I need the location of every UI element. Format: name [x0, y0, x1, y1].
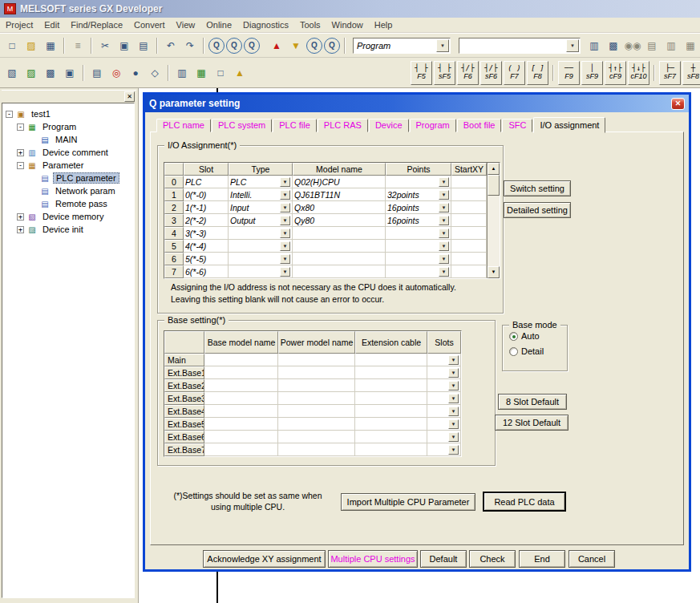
- tab-boot-file[interactable]: Boot file: [457, 119, 502, 132]
- alias-display-icon[interactable]: ▣: [61, 64, 79, 82]
- points-cell[interactable]: ▼: [386, 253, 451, 265]
- type-cell[interactable]: ▼: [229, 265, 293, 278]
- eight-slot-default-button[interactable]: 8 Slot Default: [498, 394, 567, 410]
- points-dropdown-icon[interactable]: ▼: [439, 216, 449, 225]
- points-cell[interactable]: 16points▼: [386, 214, 451, 227]
- model-name-cell[interactable]: Q02(H)CPU: [293, 176, 386, 188]
- tree-item-device-init[interactable]: + ▨ Device init: [4, 223, 132, 236]
- base-model-cell[interactable]: [204, 392, 278, 405]
- slots-dropdown-icon[interactable]: ▼: [448, 355, 459, 365]
- ladder-open-contact-button[interactable]: ┤ ├F5: [411, 61, 432, 85]
- trace-tool-icon[interactable]: □: [212, 64, 229, 82]
- type-dropdown-icon[interactable]: ▼: [280, 216, 290, 225]
- type-dropdown-icon[interactable]: ▼: [280, 241, 290, 251]
- program-type-combo[interactable]: Program ▼: [353, 38, 451, 54]
- power-model-cell[interactable]: [278, 418, 355, 431]
- convert-tool-icon[interactable]: ▲: [231, 64, 249, 82]
- ladder-parallel-closed-contact-button[interactable]: ┤/├sF6: [480, 61, 502, 85]
- power-model-cell[interactable]: [278, 354, 355, 366]
- expand-icon[interactable]: +: [17, 149, 24, 156]
- undo-icon[interactable]: ↶: [162, 37, 180, 55]
- menu-find-replace[interactable]: Find/Replace: [65, 18, 128, 31]
- ladder-coil-button[interactable]: ( )F7: [504, 61, 525, 85]
- model-name-cell[interactable]: Qy80: [293, 214, 386, 227]
- slots-cell[interactable]: ▼: [427, 379, 461, 392]
- redo-icon[interactable]: ↷: [181, 37, 199, 55]
- panel-close-icon[interactable]: ✕: [124, 91, 135, 102]
- points-dropdown-icon[interactable]: ▼: [439, 203, 449, 212]
- comment-display-icon[interactable]: ▥: [585, 37, 603, 55]
- slot-cell[interactable]: 6(*-6): [184, 265, 229, 278]
- slots-dropdown-icon[interactable]: ▼: [448, 381, 459, 391]
- slots-cell[interactable]: ▼: [427, 405, 461, 418]
- menu-view[interactable]: View: [171, 18, 201, 31]
- acknowledge-xy-assignment-button[interactable]: Acknowledge XY assignment: [203, 550, 326, 568]
- scroll-up-icon[interactable]: ▲: [488, 163, 500, 175]
- cut-icon[interactable]: ✂: [96, 37, 114, 55]
- power-model-cell[interactable]: [278, 366, 355, 379]
- slot-cell[interactable]: 3(*-3): [184, 227, 229, 240]
- startxy-cell[interactable]: [451, 214, 487, 227]
- zoom-source-icon[interactable]: Q: [306, 38, 322, 54]
- chevron-down-icon[interactable]: ▼: [436, 39, 449, 52]
- import-multiple-cpu-parameter-button[interactable]: Import Multiple CPU Parameter: [341, 493, 475, 511]
- menu-diagnostics[interactable]: Diagnostics: [237, 18, 294, 31]
- type-dropdown-icon[interactable]: ▼: [280, 254, 290, 264]
- tree-item-plc-parameter[interactable]: ▤ PLC parameter: [4, 172, 132, 184]
- find-binoculars-icon[interactable]: ◉◉: [624, 37, 641, 55]
- points-dropdown-icon[interactable]: ▼: [439, 177, 449, 187]
- points-dropdown-icon[interactable]: ▼: [439, 267, 449, 277]
- monitor-mode-icon[interactable]: ◎: [107, 64, 125, 82]
- slot-cell[interactable]: 2(*-2): [184, 214, 229, 227]
- type-cell[interactable]: PLC▼: [229, 176, 293, 188]
- type-cell[interactable]: Input▼: [229, 201, 293, 214]
- multiple-cpu-settings-button[interactable]: Multiple CPU settings: [328, 550, 418, 568]
- expand-icon[interactable]: +: [17, 213, 24, 221]
- base-mode-detail-radio[interactable]: Detail: [509, 346, 567, 356]
- paste-icon[interactable]: ▤: [135, 37, 152, 55]
- tree-item-main[interactable]: ▤ MAIN: [4, 133, 132, 146]
- slot-cell[interactable]: 5(*-5): [184, 253, 229, 265]
- tab-plc-name[interactable]: PLC name: [156, 119, 211, 132]
- slot-cell[interactable]: 4(*-4): [184, 240, 229, 253]
- zoom-tool-icon[interactable]: ▥: [173, 64, 191, 82]
- twelve-slot-default-button[interactable]: 12 Slot Default: [495, 415, 568, 431]
- tab-plc-ras[interactable]: PLC RAS: [318, 119, 368, 132]
- device-test-icon[interactable]: ▦: [192, 64, 210, 82]
- find-contact-icon[interactable]: ▥: [662, 37, 680, 55]
- menu-convert[interactable]: Convert: [128, 18, 171, 31]
- startxy-cell[interactable]: [451, 265, 487, 278]
- type-dropdown-icon[interactable]: ▼: [280, 229, 290, 238]
- base-model-cell[interactable]: [204, 431, 278, 443]
- ladder-rising-pulse-button[interactable]: ┤↑├cF9: [605, 61, 626, 85]
- extension-cable-cell[interactable]: [355, 405, 427, 418]
- ladder-vertical-line-delete-button[interactable]: ┼sF8: [682, 61, 700, 85]
- type-dropdown-icon[interactable]: ▼: [280, 190, 290, 200]
- base-mode-auto-radio[interactable]: Auto: [509, 331, 567, 341]
- base-model-cell[interactable]: [204, 366, 278, 379]
- power-model-cell[interactable]: [278, 379, 355, 392]
- extension-cable-cell[interactable]: [355, 418, 427, 431]
- io-table-scrollbar[interactable]: ▲ ▼: [487, 163, 500, 278]
- menu-project[interactable]: Project: [0, 18, 38, 31]
- slot-cell[interactable]: 1(*-1): [184, 201, 229, 214]
- statement-display-icon[interactable]: ▨: [22, 64, 40, 82]
- ladder-display-icon[interactable]: ▩: [605, 37, 622, 55]
- type-dropdown-icon[interactable]: ▼: [280, 177, 290, 187]
- points-dropdown-icon[interactable]: ▼: [439, 241, 449, 251]
- extension-cable-cell[interactable]: [355, 392, 427, 405]
- type-dropdown-icon[interactable]: ▼: [280, 203, 290, 212]
- slots-dropdown-icon[interactable]: ▼: [448, 432, 459, 442]
- copy-icon[interactable]: ▣: [115, 37, 133, 55]
- check-button[interactable]: Check: [469, 550, 516, 568]
- tree-item-program[interactable]: - ▦ Program: [4, 120, 132, 133]
- extension-cable-cell[interactable]: [355, 354, 427, 366]
- points-cell[interactable]: ▼: [386, 176, 451, 188]
- tab-plc-system[interactable]: PLC system: [212, 119, 272, 132]
- ladder-horizontal-line-button[interactable]: ──F9: [558, 61, 580, 85]
- extension-cable-cell[interactable]: [355, 443, 427, 456]
- slots-dropdown-icon[interactable]: ▼: [448, 419, 459, 429]
- program-display-icon[interactable]: ▧: [3, 64, 21, 82]
- tree-item-device-memory[interactable]: + ▧ Device memory: [4, 210, 132, 223]
- end-button[interactable]: End: [519, 550, 565, 568]
